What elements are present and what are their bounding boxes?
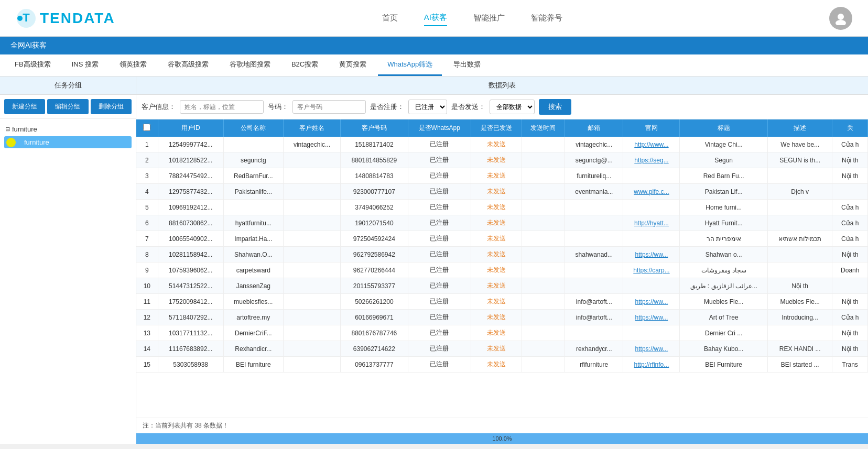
cell-company: BEI furniture: [223, 357, 283, 373]
cell-website: https://carp...: [623, 262, 680, 278]
nav-promo[interactable]: 智能推广: [473, 10, 505, 26]
tab-fb[interactable]: FB高级搜索: [5, 54, 60, 76]
tree-area: ⊟ furniture furniture: [0, 119, 136, 444]
col-sent: 是否已发送: [471, 119, 522, 137]
sub-header-label: 全网AI获客: [10, 41, 47, 49]
nav-items: 首页 AI获客 智能推广 智能养号: [382, 10, 562, 26]
cell-phone: 923000777107: [340, 184, 408, 200]
table-row: 7 10065540902... Impariat.Ha... 97250459…: [136, 231, 868, 247]
cell-company: [223, 137, 283, 152]
nav-maintain[interactable]: 智能养号: [531, 10, 562, 26]
bottom-bar: 注：当前列表共有 38 条数据！: [136, 418, 868, 433]
cell-website: https://ww...: [623, 310, 680, 325]
cell-phone: 19012071540: [340, 215, 408, 231]
cell-email: rfifurniture: [565, 357, 623, 373]
select-all-checkbox[interactable]: [143, 124, 150, 131]
cell-name: [284, 231, 341, 247]
tree-parent-furniture[interactable]: ⊟ furniture: [4, 123, 132, 135]
cell-sent: 未发送: [471, 247, 522, 262]
footer-note: 注：当前列表共有 38 条数据！: [143, 422, 229, 429]
cell-sent: 未发送: [471, 152, 522, 168]
logo-area: T TENDATA: [16, 8, 115, 29]
cell-extra: Nội th: [832, 294, 868, 310]
cell-company: mueblesfies...: [223, 294, 283, 310]
cell-userid: 10759396062...: [158, 262, 223, 278]
tab-google-adv[interactable]: 谷歌高级搜索: [158, 54, 218, 76]
filter-registered-select[interactable]: 已注册 未注册 全部: [408, 100, 447, 114]
nav-ai[interactable]: AI获客: [424, 10, 447, 26]
cell-company: carpetsward: [223, 262, 283, 278]
cell-name: [284, 325, 341, 341]
cell-num: 2: [136, 152, 158, 168]
cell-desc: [767, 168, 832, 184]
cell-extra: [832, 278, 868, 294]
cell-desc: Muebles Fie...: [767, 294, 832, 310]
cell-sent: 未发送: [471, 310, 522, 325]
cell-whatsapp: 已注册: [408, 310, 471, 325]
tree-child-furniture[interactable]: furniture: [4, 136, 132, 148]
cell-desc: Nội th: [767, 278, 832, 294]
yellow-dot-indicator: [6, 138, 16, 147]
table-row: 9 10759396062... carpetsward 96277026644…: [136, 262, 868, 278]
new-group-btn[interactable]: 新建分组: [4, 99, 45, 114]
cell-website: www.plfe.c...: [623, 184, 680, 200]
filter-sent-select[interactable]: 全部数据 已发送 未发送: [490, 100, 535, 114]
nav-home[interactable]: 首页: [382, 10, 398, 26]
edit-group-btn[interactable]: 编辑分组: [47, 99, 88, 114]
col-checkbox[interactable]: [136, 119, 158, 137]
filter-info-label: 客户信息：: [142, 102, 176, 112]
cell-extra: Cửa h: [832, 231, 868, 247]
filter-number-input[interactable]: [292, 100, 366, 114]
right-panel-title: 数据列表: [136, 76, 868, 95]
cell-title: Bahay Kubo...: [680, 341, 767, 357]
cell-sent-time: [522, 247, 565, 262]
data-table-wrapper[interactable]: 用户ID 公司名称 客户姓名 客户号码 是否WhatsApp 是否已发送 发送时…: [136, 119, 868, 418]
table-row: 10 51447312522... JanssenZag 20115579337…: [136, 278, 868, 294]
cell-phone: 201155793377: [340, 278, 408, 294]
cell-title: Red Barn Fu...: [680, 168, 767, 184]
cell-website: https://ww...: [623, 341, 680, 357]
cell-extra: Cửa h: [832, 200, 868, 215]
cell-desc: Introducing...: [767, 310, 832, 325]
cell-sent-time: [522, 184, 565, 200]
cell-userid: 11167683892...: [158, 341, 223, 357]
cell-num: 13: [136, 325, 158, 341]
cell-extra: Nội th: [832, 168, 868, 184]
tab-linkedin[interactable]: 领英搜索: [110, 54, 156, 76]
cell-title: Art of Tree: [680, 310, 767, 325]
delete-group-btn[interactable]: 删除分组: [91, 99, 132, 114]
tab-export[interactable]: 导出数据: [444, 54, 490, 76]
cell-email: [565, 200, 623, 215]
col-desc: 描述: [767, 119, 832, 137]
left-panel: 任务分组 新建分组 编辑分组 删除分组 ⊟ furniture furnitur…: [0, 76, 136, 444]
tab-b2c[interactable]: B2C搜索: [282, 54, 328, 76]
cell-userid: 78824475492...: [158, 168, 223, 184]
tab-yellow-pages[interactable]: 黄页搜索: [330, 54, 376, 76]
table-row: 2 10182128522... segunctg 8801814855829 …: [136, 152, 868, 168]
cell-desc: [767, 262, 832, 278]
cell-num: 9: [136, 262, 158, 278]
filter-bar: 客户信息： 号码： 是否注册： 已注册 未注册 全部 是否发送： 全部数据 已发…: [136, 95, 868, 119]
tab-google-map[interactable]: 谷歌地图搜索: [220, 54, 280, 76]
cell-company: [223, 200, 283, 215]
cell-whatsapp: 已注册: [408, 152, 471, 168]
cell-email: [565, 262, 623, 278]
tab-ins[interactable]: INS 搜索: [62, 54, 108, 76]
cell-num: 6: [136, 215, 158, 231]
filter-info-input[interactable]: [180, 100, 264, 114]
table-body: 1 12549997742... vintagechic... 15188171…: [136, 137, 868, 373]
cell-whatsapp: 已注册: [408, 278, 471, 294]
cell-company: DernierCriF...: [223, 325, 283, 341]
cell-phone: 962770266444: [340, 262, 408, 278]
cell-sent-time: [522, 262, 565, 278]
cell-website: https://seg...: [623, 152, 680, 168]
user-avatar[interactable]: [829, 7, 852, 30]
col-userid: 用户ID: [158, 119, 223, 137]
cell-whatsapp: 已注册: [408, 168, 471, 184]
tab-whatsapp[interactable]: WhatsApp筛选: [378, 54, 442, 76]
cell-email: shahwanad...: [565, 247, 623, 262]
cell-name: [284, 341, 341, 357]
search-btn[interactable]: 搜索: [539, 99, 571, 115]
cell-desc: תכמילות אשתיא: [767, 231, 832, 247]
cell-company: JanssenZag: [223, 278, 283, 294]
